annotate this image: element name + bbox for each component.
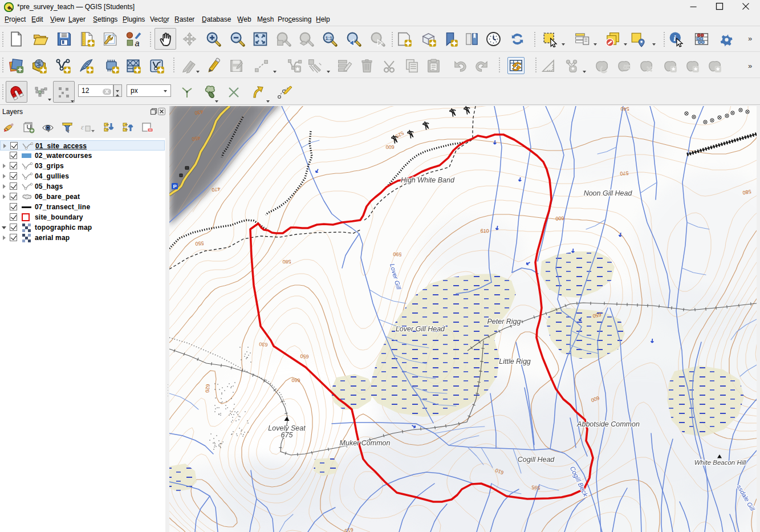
svg-text:Muker Common: Muker Common: [340, 439, 391, 447]
svg-text:White Beacon Hill: White Beacon Hill: [694, 459, 746, 466]
svg-text:i: i: [673, 34, 676, 43]
svg-text:ε: ε: [81, 123, 84, 131]
svg-text:650: 650: [300, 354, 309, 360]
svg-text:590: 590: [393, 251, 401, 258]
svg-text:Abbotside Common: Abbotside Common: [576, 420, 640, 428]
svg-text:a: a: [135, 39, 140, 47]
svg-text:Little Rigg: Little Rigg: [499, 358, 531, 366]
svg-text:P: P: [173, 183, 177, 189]
svg-text:675: 675: [281, 431, 293, 439]
svg-text:580: 580: [282, 259, 291, 265]
svg-text:660: 660: [291, 377, 300, 383]
svg-text:600: 600: [555, 216, 564, 222]
svg-text:595: 595: [531, 484, 540, 490]
svg-text:540: 540: [620, 106, 629, 112]
svg-text:Lover Gill Head: Lover Gill Head: [396, 325, 445, 333]
svg-text:630: 630: [259, 341, 268, 347]
svg-text:1:1: 1:1: [326, 35, 333, 41]
svg-text:Cogill Head: Cogill Head: [518, 456, 555, 464]
svg-text:600: 600: [385, 144, 394, 151]
svg-text:High White Band: High White Band: [401, 176, 455, 184]
svg-text:610: 610: [480, 228, 489, 234]
svg-text:570: 570: [620, 170, 629, 176]
svg-text:Peter Rigg: Peter Rigg: [487, 318, 521, 326]
svg-text:Noon Gill Head: Noon Gill Head: [584, 189, 633, 197]
svg-text:620: 620: [204, 384, 210, 393]
svg-text:470: 470: [212, 186, 221, 193]
svg-text:550: 550: [195, 240, 204, 246]
